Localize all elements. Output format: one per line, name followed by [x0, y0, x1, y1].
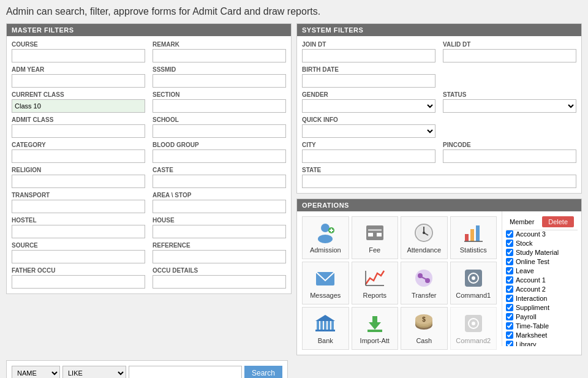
- stock-checkbox[interactable]: [506, 240, 513, 247]
- reports-label: Reports: [363, 292, 386, 299]
- transfer-icon: [413, 267, 435, 289]
- study-material-label: Study Material: [516, 249, 559, 256]
- library-checkbox[interactable]: [506, 341, 513, 346]
- bank-button[interactable]: Bank: [302, 307, 349, 350]
- library-label: Library: [516, 341, 537, 346]
- leave-checkbox[interactable]: [506, 267, 513, 274]
- occu-details-input[interactable]: [153, 275, 286, 289]
- school-input[interactable]: [153, 124, 286, 138]
- delete-button[interactable]: Delete: [542, 216, 574, 227]
- birth-date-field: BIRTH DATE: [302, 66, 435, 88]
- bank-icon: [314, 312, 336, 335]
- reports-icon: [364, 267, 386, 289]
- section-input[interactable]: [153, 99, 286, 113]
- account1-item: Account 1: [506, 276, 578, 284]
- quick-info-select[interactable]: [302, 124, 435, 138]
- caste-input[interactable]: [153, 175, 286, 188]
- blood-group-input[interactable]: [153, 149, 286, 163]
- admission-icon: [314, 222, 336, 244]
- transfer-button[interactable]: Transfer: [401, 262, 448, 304]
- payroll-checkbox[interactable]: [506, 313, 513, 320]
- status-select[interactable]: Active Inactive: [443, 99, 576, 113]
- marksheet-item: Marksheet: [506, 331, 578, 339]
- timetable-label: Time-Table: [516, 322, 549, 330]
- current-class-input[interactable]: [12, 99, 145, 113]
- search-bar: NAME ID CLASS SECTION LIKE EQUALS STARTS…: [12, 366, 282, 378]
- attendance-button[interactable]: Attendance: [401, 216, 448, 259]
- religion-field: RELIGION: [12, 167, 145, 188]
- state-input[interactable]: [302, 175, 576, 188]
- study-material-checkbox[interactable]: [506, 249, 513, 256]
- svg-rect-6: [368, 229, 382, 231]
- suppliment-label: Suppliment: [516, 304, 549, 311]
- svg-marker-35: [369, 316, 381, 330]
- join-dt-field: JOIN DT: [302, 41, 435, 62]
- svg-rect-30: [324, 321, 326, 330]
- svg-point-0: [321, 224, 330, 232]
- fee-button[interactable]: Fee: [352, 216, 399, 259]
- valid-dt-input[interactable]: [443, 49, 576, 62]
- statistics-label: Statistics: [460, 246, 487, 254]
- birth-date-input[interactable]: [302, 74, 435, 88]
- messages-button[interactable]: Messages: [302, 262, 349, 304]
- pincode-field: PINCODE: [443, 142, 576, 163]
- suppliment-item: Suppliment: [506, 304, 578, 311]
- messages-icon: [314, 267, 336, 289]
- religion-input[interactable]: [12, 175, 145, 188]
- svg-rect-34: [315, 330, 335, 331]
- account3-item: Account 3: [506, 230, 578, 238]
- admit-class-input[interactable]: [12, 124, 145, 138]
- online-test-item: Online Test: [506, 258, 578, 265]
- gender-select[interactable]: Male Female: [302, 99, 435, 113]
- account1-checkbox[interactable]: [506, 276, 513, 284]
- marksheet-checkbox[interactable]: [506, 331, 513, 339]
- statistics-button[interactable]: Statistics: [450, 216, 497, 259]
- command1-label: Command1: [456, 292, 491, 299]
- study-material-item: Study Material: [506, 249, 578, 256]
- source-input[interactable]: [12, 250, 145, 263]
- category-input[interactable]: [12, 149, 145, 163]
- adm-year-field: ADM YEAR: [12, 66, 145, 88]
- gender-field: GENDER Male Female: [302, 91, 435, 113]
- svg-point-13: [423, 232, 425, 234]
- online-test-label: Online Test: [516, 258, 549, 265]
- command2-label: Command2: [456, 337, 491, 344]
- area-stop-input[interactable]: [153, 200, 286, 213]
- timetable-checkbox[interactable]: [506, 322, 513, 330]
- account2-checkbox[interactable]: [506, 285, 513, 293]
- svg-rect-7: [368, 233, 373, 236]
- pincode-input[interactable]: [443, 149, 576, 163]
- command1-button[interactable]: Command1: [450, 262, 497, 304]
- hostel-input[interactable]: [12, 225, 145, 238]
- admission-button[interactable]: Admission: [302, 216, 349, 259]
- svg-rect-15: [470, 229, 474, 241]
- reference-input[interactable]: [153, 250, 286, 263]
- interaction-item: Interaction: [506, 295, 578, 302]
- father-occu-input[interactable]: [12, 275, 145, 289]
- remark-input[interactable]: [153, 49, 286, 62]
- account3-checkbox[interactable]: [506, 230, 513, 238]
- attendance-label: Attendance: [407, 246, 441, 254]
- adm-year-input[interactable]: [12, 74, 145, 88]
- reports-button[interactable]: Reports: [352, 262, 399, 304]
- import-att-label: Import-Att: [360, 337, 390, 344]
- search-button[interactable]: Search: [244, 366, 282, 378]
- operations-sidebar: Member Delete Account 3 Stock Study Mate…: [502, 211, 581, 346]
- cash-button[interactable]: $ Cash: [401, 307, 448, 350]
- house-input[interactable]: [153, 225, 286, 238]
- filter-condition-select[interactable]: LIKE EQUALS STARTS WITH: [62, 366, 126, 378]
- filter-field-select[interactable]: NAME ID CLASS SECTION: [12, 366, 60, 378]
- command2-button[interactable]: Command2: [450, 307, 497, 350]
- suppliment-checkbox[interactable]: [506, 304, 513, 311]
- search-input[interactable]: [129, 366, 242, 378]
- svg-rect-14: [465, 234, 469, 241]
- interaction-checkbox[interactable]: [506, 295, 513, 302]
- join-dt-input[interactable]: [302, 49, 435, 62]
- city-input[interactable]: [302, 149, 435, 163]
- transport-input[interactable]: [12, 200, 145, 213]
- current-class-field: CURRENT CLASS: [12, 91, 145, 113]
- online-test-checkbox[interactable]: [506, 258, 513, 265]
- course-input[interactable]: [12, 49, 145, 62]
- import-att-button[interactable]: Import-Att: [352, 307, 399, 350]
- sssmid-input[interactable]: [153, 74, 286, 88]
